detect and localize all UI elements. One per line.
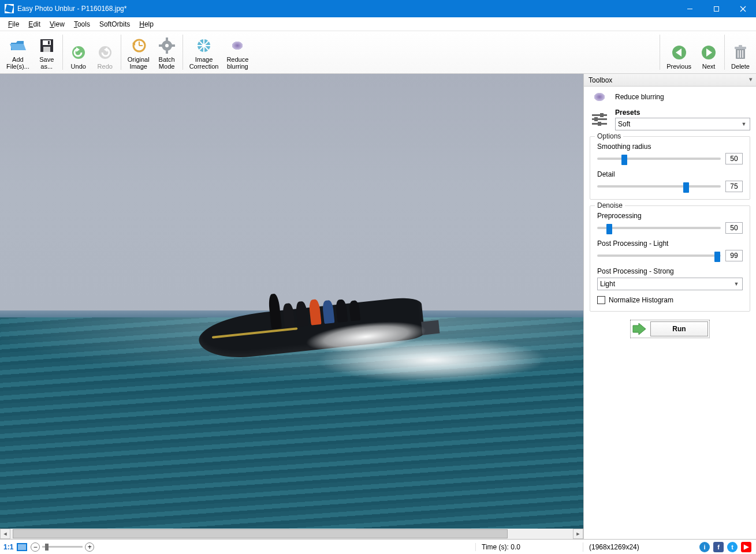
zoom-ratio[interactable]: 1:1 (3, 543, 13, 551)
normalize-histogram-checkbox[interactable] (597, 296, 605, 304)
save-icon (39, 38, 55, 54)
zoom-in-button[interactable]: + (85, 542, 94, 552)
scroll-track[interactable] (10, 529, 573, 539)
fit-screen-icon[interactable] (17, 543, 27, 551)
save-as-button[interactable]: Save as... (33, 32, 60, 72)
poststrong-dropdown[interactable]: Light ▼ (597, 278, 743, 290)
detail-label: Detail (597, 170, 743, 178)
arrow-right-icon (701, 44, 717, 61)
menu-bar: File Edit View Tools SoftOrbits Help (0, 17, 756, 31)
reduce-blurring-button[interactable]: Reduce blurring (222, 32, 252, 72)
original-image-button[interactable]: Original Image (124, 32, 154, 72)
close-button[interactable] (729, 0, 756, 17)
menu-file[interactable]: File (3, 19, 24, 29)
folder-open-icon (10, 38, 26, 54)
delete-button[interactable]: Delete (727, 32, 754, 72)
menu-edit[interactable]: Edit (24, 19, 45, 29)
status-bar: 1:1 − + Time (s): 0.0 (1968x1269x24) i f… (0, 539, 756, 554)
arrow-left-icon (671, 44, 687, 61)
run-arrow-icon (632, 323, 647, 335)
maximize-button[interactable] (703, 0, 729, 17)
info-icon[interactable]: i (699, 542, 710, 552)
youtube-icon[interactable]: ▶ (741, 542, 751, 552)
postlight-slider[interactable] (597, 254, 721, 257)
smoothing-label: Smoothing radius (597, 143, 743, 151)
detail-value[interactable]: 75 (725, 181, 743, 192)
blur-icon (592, 91, 607, 103)
svg-rect-35 (739, 45, 742, 47)
window-titlebar: Easy Photo Unblur - P1160168.jpg* (0, 0, 756, 17)
normalize-histogram-label: Normalize Histogram (609, 296, 673, 304)
menu-tools[interactable]: Tools (69, 19, 95, 29)
preprocessing-value[interactable]: 50 (725, 222, 743, 234)
svg-rect-21 (166, 50, 168, 54)
clock-back-icon (131, 38, 147, 54)
photo-content (0, 74, 583, 529)
add-files-button[interactable]: Add File(s)... (2, 32, 33, 72)
svg-rect-9 (48, 41, 50, 44)
redo-icon (97, 44, 113, 61)
batch-mode-button[interactable]: Batch Mode (154, 32, 180, 72)
postlight-label: Post Processing - Light (597, 239, 743, 248)
blur-icon (229, 38, 245, 54)
scroll-left-button[interactable]: ◄ (0, 529, 10, 539)
smoothing-value[interactable]: 50 (725, 153, 743, 164)
chevron-down-icon: ▼ (739, 119, 748, 129)
undo-button[interactable]: Undo (65, 32, 92, 72)
gear-icon (159, 38, 175, 54)
presets-label: Presets (615, 108, 750, 117)
app-icon (5, 4, 14, 13)
trash-icon (732, 44, 748, 61)
image-correction-button[interactable]: Image Correction (185, 32, 223, 72)
image-canvas[interactable] (0, 74, 583, 529)
svg-point-19 (165, 44, 169, 47)
next-button[interactable]: Next (695, 32, 722, 72)
svg-rect-23 (172, 44, 175, 47)
svg-marker-5 (10, 44, 26, 50)
facebook-icon[interactable]: f (713, 542, 724, 552)
svg-rect-8 (43, 47, 50, 52)
image-dimensions: (1968x1269x24) (583, 543, 676, 551)
preprocessing-label: Preprocessing (597, 212, 743, 220)
zoom-slider[interactable] (42, 546, 83, 548)
denoise-group: Denoise Preprocessing 50 Post Processing… (590, 205, 750, 312)
menu-softorbits[interactable]: SoftOrbits (95, 19, 135, 29)
options-group: Options Smoothing radius 50 Detail 75 (590, 136, 750, 200)
smoothing-slider[interactable] (597, 158, 721, 160)
time-status: Time (s): 0.0 (475, 543, 579, 551)
svg-rect-20 (166, 38, 168, 41)
postlight-value[interactable]: 99 (725, 250, 743, 261)
menu-view[interactable]: View (45, 19, 69, 29)
redo-button: Redo (92, 32, 118, 72)
window-title: Easy Photo Unblur - P1160168.jpg* (17, 5, 676, 13)
toolbox-header: Toolbox ▾ (584, 74, 756, 87)
previous-button[interactable]: Previous (662, 32, 695, 72)
run-button[interactable]: Run (650, 321, 708, 336)
zoom-out-button[interactable]: − (31, 542, 40, 552)
twitter-icon[interactable]: t (727, 542, 738, 552)
pin-icon[interactable]: ▾ (749, 76, 753, 83)
undo-icon (70, 44, 87, 61)
minimize-button[interactable] (676, 0, 703, 17)
toolbox-title: Reduce blurring (615, 93, 664, 101)
horizontal-scrollbar[interactable]: ◄ ► (0, 529, 583, 539)
menu-help[interactable]: Help (135, 19, 158, 29)
svg-rect-22 (159, 44, 162, 47)
preprocessing-slider[interactable] (597, 227, 721, 229)
scroll-thumb[interactable] (13, 529, 508, 538)
svg-rect-1 (714, 6, 718, 11)
toolbox-panel: Toolbox ▾ Reduce blurring Presets Soft ▼ (583, 74, 756, 539)
presets-dropdown[interactable]: Soft ▼ (615, 118, 750, 130)
scroll-right-button[interactable]: ► (573, 529, 583, 539)
presets-icon (592, 113, 607, 126)
poststrong-label: Post Processing - Strong (597, 267, 743, 275)
chevron-down-icon: ▼ (732, 279, 741, 289)
svg-marker-39 (633, 323, 646, 335)
detail-slider[interactable] (597, 185, 721, 188)
main-toolbar: Add File(s)... Save as... Undo Redo Orig… (0, 31, 756, 74)
sparkle-icon (196, 38, 212, 54)
